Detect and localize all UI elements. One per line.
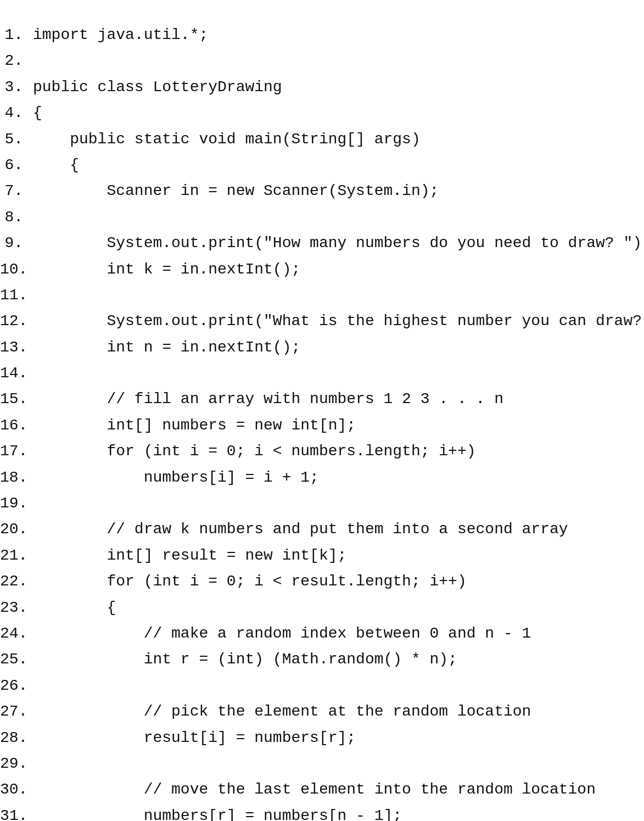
line-content: // draw k numbers and put them into a se… bbox=[33, 517, 644, 541]
line-content: int r = (int) (Math.random() * n); bbox=[33, 647, 644, 671]
code-line: 20. // draw k numbers and put them into … bbox=[0, 516, 644, 542]
line-number: 11. bbox=[0, 283, 33, 307]
line-number: 10. bbox=[0, 258, 33, 281]
line-content: int k = in.nextInt(); bbox=[33, 258, 644, 281]
line-content: Scanner in = new Scanner(System.in); bbox=[33, 179, 644, 203]
code-line: 15. // fill an array with numbers 1 2 3 … bbox=[0, 386, 644, 412]
code-line: 19. bbox=[0, 490, 644, 516]
line-content: numbers[i] = i + 1; bbox=[33, 466, 644, 489]
code-line: 22. for (int i = 0; i < result.length; i… bbox=[0, 568, 644, 594]
code-line: 29. bbox=[0, 751, 644, 777]
code-line: 11. bbox=[0, 282, 644, 308]
code-line: 17. for (int i = 0; i < numbers.length; … bbox=[0, 438, 644, 464]
code-line: 5. public static void main(String[] args… bbox=[0, 126, 644, 152]
line-number: 2. bbox=[0, 49, 33, 72]
line-number: 20. bbox=[0, 517, 33, 541]
code-line: 26. bbox=[0, 673, 644, 699]
line-content: import java.util.*; bbox=[33, 23, 644, 47]
code-line: 10. int k = in.nextInt(); bbox=[0, 256, 644, 282]
code-line: 3.public class LotteryDrawing bbox=[0, 74, 644, 100]
code-line: 31. numbers[r] = numbers[n - 1]; bbox=[0, 803, 644, 821]
line-number: 27. bbox=[0, 700, 33, 723]
line-content: int[] result = new int[k]; bbox=[33, 544, 644, 567]
line-content: // fill an array with numbers 1 2 3 . . … bbox=[33, 387, 644, 411]
code-line: 4.{ bbox=[0, 100, 644, 126]
code-line: 27. // pick the element at the random lo… bbox=[0, 699, 644, 724]
line-content: public static void main(String[] args) bbox=[33, 127, 644, 151]
code-editor: 1.import java.util.*;2.3.public class Lo… bbox=[0, 11, 644, 821]
code-line: 23. { bbox=[0, 595, 644, 621]
line-number: 23. bbox=[0, 596, 33, 619]
line-number: 24. bbox=[0, 622, 33, 645]
code-line: 21. int[] result = new int[k]; bbox=[0, 543, 644, 568]
line-number: 31. bbox=[0, 804, 33, 821]
line-number: 28. bbox=[0, 726, 33, 750]
code-line: 6. { bbox=[0, 152, 644, 178]
line-number: 22. bbox=[0, 569, 33, 593]
line-number: 15. bbox=[0, 387, 33, 411]
line-number: 12. bbox=[0, 309, 33, 333]
line-number: 26. bbox=[0, 674, 33, 697]
code-line: 30. // move the last element into the ra… bbox=[0, 777, 644, 802]
code-line: 16. int[] numbers = new int[n]; bbox=[0, 412, 644, 438]
line-content: // pick the element at the random locati… bbox=[33, 700, 644, 723]
line-content: System.out.print("How many numbers do yo… bbox=[33, 231, 644, 255]
line-number: 19. bbox=[0, 492, 33, 515]
code-line: 13. int n = in.nextInt(); bbox=[0, 334, 644, 360]
line-number: 1. bbox=[0, 23, 33, 47]
code-line: 9. System.out.print("How many numbers do… bbox=[0, 230, 644, 256]
line-number: 14. bbox=[0, 361, 33, 385]
code-line: 14. bbox=[0, 360, 644, 386]
code-line: 18. numbers[i] = i + 1; bbox=[0, 465, 644, 490]
line-content: for (int i = 0; i < numbers.length; i++) bbox=[33, 439, 644, 463]
code-line: 8. bbox=[0, 204, 644, 230]
code-line: 7. Scanner in = new Scanner(System.in); bbox=[0, 178, 644, 204]
line-content: int n = in.nextInt(); bbox=[33, 336, 644, 359]
line-content: int[] numbers = new int[n]; bbox=[33, 414, 644, 437]
code-line: 25. int r = (int) (Math.random() * n); bbox=[0, 646, 644, 672]
code-line: 2. bbox=[0, 48, 644, 74]
line-number: 21. bbox=[0, 544, 33, 567]
line-number: 8. bbox=[0, 205, 33, 229]
code-line: 1.import java.util.*; bbox=[0, 22, 644, 48]
line-content: public class LotteryDrawing bbox=[33, 75, 644, 99]
line-number: 5. bbox=[0, 127, 33, 151]
code-line: 24. // make a random index between 0 and… bbox=[0, 621, 644, 646]
line-number: 17. bbox=[0, 439, 33, 463]
line-number: 6. bbox=[0, 153, 33, 177]
line-content: { bbox=[33, 596, 644, 619]
line-content: // move the last element into the random… bbox=[33, 778, 644, 801]
line-number: 30. bbox=[0, 778, 33, 801]
code-line: 28. result[i] = numbers[r]; bbox=[0, 725, 644, 751]
line-content: { bbox=[33, 153, 644, 177]
line-number: 13. bbox=[0, 336, 33, 359]
line-content: { bbox=[33, 101, 644, 125]
line-number: 25. bbox=[0, 647, 33, 671]
code-line: 12. System.out.print("What is the highes… bbox=[0, 308, 644, 334]
line-content: for (int i = 0; i < result.length; i++) bbox=[33, 569, 644, 593]
line-number: 7. bbox=[0, 179, 33, 203]
line-number: 4. bbox=[0, 101, 33, 125]
line-number: 18. bbox=[0, 466, 33, 489]
line-number: 16. bbox=[0, 414, 33, 437]
line-number: 9. bbox=[0, 231, 33, 255]
line-content: System.out.print("What is the highest nu… bbox=[33, 309, 644, 333]
line-content: // make a random index between 0 and n -… bbox=[33, 622, 644, 645]
line-number: 29. bbox=[0, 752, 33, 775]
line-content: numbers[r] = numbers[n - 1]; bbox=[33, 804, 644, 821]
line-content: result[i] = numbers[r]; bbox=[33, 726, 644, 750]
line-number: 3. bbox=[0, 75, 33, 99]
